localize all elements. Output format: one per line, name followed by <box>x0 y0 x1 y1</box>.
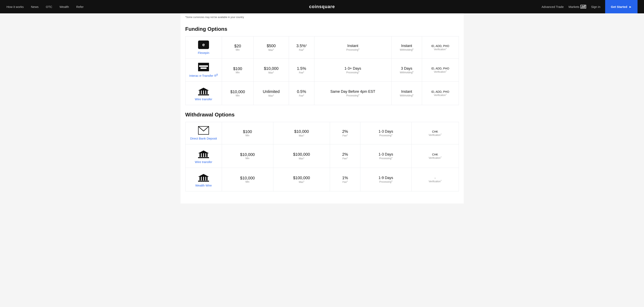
logo[interactable]: coinsquare <box>309 4 335 9</box>
nav-markets[interactable]: Markets <box>568 5 586 9</box>
table-row: Interac e-Transfer ®8 $100 Min $10,000 M… <box>185 59 459 82</box>
table-row: e Flexepin $20 Min $500 Max1 3.5%2 Fee2 … <box>185 37 459 59</box>
nav-otc[interactable]: OTC <box>46 5 52 9</box>
method-cell-wealth-wire: Wealth Wire <box>185 168 222 191</box>
currency-note: *Some currencies may not be available in… <box>185 13 459 20</box>
nav-how-it-works[interactable]: How it works <box>6 5 24 9</box>
bar-chart-icon <box>580 5 586 9</box>
withdrawal-deposit-fee: 2% Fee2 <box>330 122 360 144</box>
get-started-button[interactable]: Get Started ► <box>605 0 638 13</box>
table-row: Direct Bank Deposit $100 Min $10,000 Max… <box>185 122 459 144</box>
interac-link[interactable]: Interac e-Transfer ®8 <box>190 73 218 77</box>
bank-icon <box>198 86 209 95</box>
withdrawal-wire-max: $100,000 Max1 <box>273 144 330 168</box>
funding-flexepin-fee: 3.5%2 Fee2 <box>289 37 314 59</box>
funding-wire-max: Unlimited Max1 <box>254 82 289 105</box>
withdrawal-wealth-min: $10,000 Min <box>222 168 273 191</box>
table-row: Wire transfer $10,000 Min Unlimited Max1… <box>185 82 459 105</box>
method-cell-wire-withdrawal: Wire transfer <box>185 144 222 168</box>
withdrawal-wealth-verification: - Verification7 <box>412 168 459 191</box>
funding-flexepin-withholding: Instant Withholding6 <box>391 37 422 59</box>
wealth-wire-link[interactable]: Wealth Wire <box>195 184 212 187</box>
method-cell-wire: Wire transfer <box>185 82 222 105</box>
funding-wire-processing: Same Day Before 4pm EST Processing3 <box>314 82 391 105</box>
sign-in-link[interactable]: Sign in <box>591 5 600 9</box>
funding-interac-processing: 1-3+ Days Processing3 <box>314 59 391 82</box>
funding-wire-min: $10,000 Min <box>222 82 254 105</box>
withdrawal-wealth-processing: 1-9 Days Processing3 <box>360 168 411 191</box>
nav-advanced-trade[interactable]: Advanced Trade <box>542 5 564 9</box>
withdrawal-wealth-max: $100,000 Max1 <box>273 168 330 191</box>
wire-withdrawal-link[interactable]: Wire transfer <box>195 160 212 164</box>
table-row: Wealth Wire $10,000 Min $100,000 Max1 1%… <box>185 168 459 191</box>
direct-deposit-link[interactable]: Direct Bank Deposit <box>190 137 217 140</box>
nav-left: How it works News OTC Wealth Refer <box>6 5 84 9</box>
navbar: How it works News OTC Wealth Refer coins… <box>0 0 644 13</box>
wire-transfer-link[interactable]: Wire transfer <box>195 97 212 101</box>
flexepin-link[interactable]: Flexepin <box>198 51 210 55</box>
nav-right: Advanced Trade Markets Sign in Get Start… <box>542 0 638 13</box>
withdrawal-deposit-verification: CHK Verification7 <box>412 122 459 144</box>
flexepin-icon: e <box>198 41 209 49</box>
funding-interac-min: $100 Min <box>222 59 254 82</box>
interac-icon <box>198 63 209 71</box>
withdrawal-table: Direct Bank Deposit $100 Min $10,000 Max… <box>185 122 459 191</box>
funding-interac-max: $10,000 Max1 <box>254 59 289 82</box>
table-row: Wire transfer $10,000 Min $100,000 Max1 … <box>185 144 459 168</box>
funding-flexepin-verification: ID, ADD, PHO Verification7 <box>422 37 459 59</box>
nav-refer[interactable]: Refer <box>76 5 84 9</box>
withdrawal-wire-min: $10,000 Min <box>222 144 273 168</box>
arrow-right-icon: ► <box>629 5 632 9</box>
method-cell-interac: Interac e-Transfer ®8 <box>185 59 222 82</box>
method-cell-direct-deposit: Direct Bank Deposit <box>185 122 222 144</box>
funding-interac-fee: 1.5% Fee2 <box>289 59 314 82</box>
funding-interac-verification: ID, ADD, PHO Verification7 <box>422 59 459 82</box>
funding-interac-withholding: 3 Days Withholding6 <box>391 59 422 82</box>
withdrawal-wire-fee: 2% Fee2 <box>330 144 360 168</box>
funding-wire-fee: 0.5% Fee2 <box>289 82 314 105</box>
withdrawal-wire-processing: 1-3 Days Processing3 <box>360 144 411 168</box>
mail-icon <box>198 126 209 135</box>
markets-label: Markets <box>568 5 579 9</box>
withdrawal-deposit-processing: 1-3 Days Processing3 <box>360 122 411 144</box>
nav-wealth[interactable]: Wealth <box>60 5 69 9</box>
funding-table: e Flexepin $20 Min $500 Max1 3.5%2 Fee2 … <box>185 36 459 105</box>
withdrawal-wealth-fee: 1% Fee2 <box>330 168 360 191</box>
withdrawal-wire-verification: CHK Verification7 <box>412 144 459 168</box>
withdrawal-section-title: Withdrawal Options <box>185 112 459 118</box>
withdrawal-deposit-min: $100 Min <box>222 122 273 144</box>
funding-wire-verification: ID, ADD, PHO Verification7 <box>422 82 459 105</box>
method-cell-flexepin: e Flexepin <box>185 37 222 59</box>
funding-flexepin-min: $20 Min <box>222 37 254 59</box>
funding-flexepin-processing: Instant Processing3 <box>314 37 391 59</box>
page-content: *Some currencies may not be available in… <box>180 13 464 203</box>
bank-icon <box>198 172 209 182</box>
funding-section-title: Funding Options <box>185 26 459 32</box>
withdrawal-deposit-max: $10,000 Max1 <box>273 122 330 144</box>
bank-icon <box>198 148 209 158</box>
funding-flexepin-max: $500 Max1 <box>254 37 289 59</box>
funding-wire-withholding: Instant Withholding6 <box>391 82 422 105</box>
nav-news[interactable]: News <box>31 5 39 9</box>
